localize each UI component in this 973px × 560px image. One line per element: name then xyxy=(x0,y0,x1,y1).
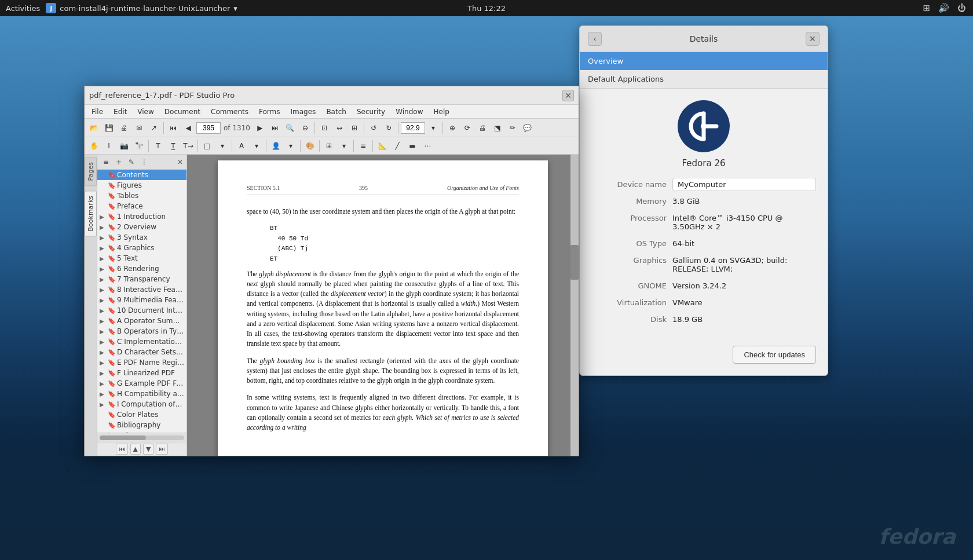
toc-item-a[interactable]: ▶ 🔖 A Operator Summa... xyxy=(97,316,186,326)
toc-item-figures[interactable]: 🔖 Figures xyxy=(97,180,186,191)
tb-zoom-level-input[interactable] xyxy=(401,122,425,134)
sidebar-toolbar-btn-2[interactable]: + xyxy=(114,157,124,167)
sidebar-close-button[interactable]: ✕ xyxy=(177,158,183,166)
tb-snapshot-button[interactable]: 📷 xyxy=(117,139,131,153)
pdf-scrollbar-thumb[interactable] xyxy=(570,245,579,280)
tb-first-page-button[interactable]: ⏮ xyxy=(166,121,180,135)
toc-item-4[interactable]: ▶ 🔖 4 Graphics xyxy=(97,243,186,253)
tb-align-button[interactable]: ≡ xyxy=(356,139,370,153)
toc-item-preface[interactable]: 🔖 Preface xyxy=(97,201,186,211)
tb-hand-tool-button[interactable]: ✋ xyxy=(87,139,101,153)
toc-item-g[interactable]: ▶ 🔖 G Example PDF File... xyxy=(97,378,186,389)
tb-rotate-right-button[interactable]: ↻ xyxy=(382,121,396,135)
pdf-vertical-scrollbar[interactable] xyxy=(570,155,579,456)
tb-grid-button[interactable]: ⊞ xyxy=(322,139,336,153)
tb-camera-button[interactable]: 🔭 xyxy=(132,139,146,153)
tb-fill2-button[interactable]: ▬ xyxy=(405,139,419,153)
device-name-value[interactable]: MyComputer xyxy=(672,178,816,191)
tb-stamp-dropdown[interactable]: ▾ xyxy=(284,139,298,153)
network-icon[interactable]: ⊞ xyxy=(923,3,930,13)
tb-rotate-left-button[interactable]: ↺ xyxy=(367,121,381,135)
tb-save-button[interactable]: 💾 xyxy=(102,121,116,135)
toc-item-i[interactable]: ▶ 🔖 I Computation of Ol... xyxy=(97,399,186,409)
sidebar-nav-first-button[interactable]: ⏮ xyxy=(116,444,128,455)
toc-item-c[interactable]: ▶ 🔖 C Implementation L... xyxy=(97,336,186,347)
menu-view[interactable]: View xyxy=(133,107,158,117)
toc-item-contents[interactable]: 🔖 Contents xyxy=(97,170,186,180)
details-back-button[interactable]: ‹ xyxy=(588,32,602,46)
tb-text-box-button[interactable]: T̲ xyxy=(166,139,180,153)
activities-button[interactable]: Activities xyxy=(6,4,40,13)
tb-highlight-dropdown[interactable]: ▾ xyxy=(250,139,264,153)
menu-batch[interactable]: Batch xyxy=(321,107,351,117)
tb-next-page-button[interactable]: ▶ xyxy=(253,121,267,135)
sidebar-toolbar-btn-4[interactable]: ⋮ xyxy=(139,157,149,167)
tb-open-button[interactable]: 📂 xyxy=(87,121,101,135)
details-nav-overview[interactable]: Overview xyxy=(580,52,828,70)
tb-zoom-out-button[interactable]: ⊖ xyxy=(298,121,312,135)
pdf-close-button[interactable]: ✕ xyxy=(562,90,574,101)
menu-forms[interactable]: Forms xyxy=(254,107,284,117)
tb-line-button[interactable]: ╱ xyxy=(390,139,404,153)
tb-fill-button[interactable]: 🎨 xyxy=(303,139,317,153)
tb-measure-button[interactable]: 📐 xyxy=(375,139,389,153)
tb-highlight-button[interactable]: A xyxy=(235,139,248,153)
menu-edit[interactable]: Edit xyxy=(109,107,131,117)
tb-dots-button[interactable]: ⋯ xyxy=(420,139,434,153)
toc-item-3[interactable]: ▶ 🔖 3 Syntax xyxy=(97,232,186,243)
details-close-button[interactable]: ✕ xyxy=(806,32,820,46)
topbar-app[interactable]: J com-install4j-runtime-launcher-UnixLau… xyxy=(46,3,237,13)
tb-select-tool-button[interactable]: I xyxy=(102,139,116,153)
tb-actual-size-button[interactable]: ⊞ xyxy=(348,121,361,135)
volume-icon[interactable]: 🔊 xyxy=(938,3,949,13)
tb-comment-button[interactable]: 💬 xyxy=(521,121,535,135)
sidebar-tab-bookmarks[interactable]: Bookmarks xyxy=(85,191,97,236)
tb-callout-button[interactable]: T→ xyxy=(181,139,195,153)
sidebar-toolbar-btn-1[interactable]: ≡ xyxy=(101,157,111,167)
sidebar-nav-last-button[interactable]: ⏭ xyxy=(156,444,168,455)
tb-last-page-button[interactable]: ⏭ xyxy=(268,121,282,135)
toc-item-tables[interactable]: 🔖 Tables xyxy=(97,191,186,201)
menu-window[interactable]: Window xyxy=(391,107,427,117)
tb-email-button[interactable]: ✉ xyxy=(132,121,146,135)
toc-item-f[interactable]: ▶ 🔖 F Linearized PDF xyxy=(97,368,186,378)
tb-page-number-input[interactable] xyxy=(196,122,221,134)
tb-refresh-button[interactable]: ⟳ xyxy=(460,121,474,135)
toc-item-color-plates[interactable]: 🔖 Color Plates xyxy=(97,409,186,420)
toc-item-8[interactable]: ▶ 🔖 8 Interactive Featu... xyxy=(97,284,186,295)
check-updates-button[interactable]: Check for updates xyxy=(733,346,816,364)
tb-fit-width-button[interactable]: ↔ xyxy=(332,121,346,135)
toc-item-e[interactable]: ▶ 🔖 E PDF Name Regist... xyxy=(97,357,186,368)
sidebar-horizontal-scrollbar[interactable] xyxy=(97,433,186,442)
tb-share-button[interactable]: ↗ xyxy=(147,121,161,135)
toc-item-bibliography[interactable]: 🔖 Bibliography xyxy=(97,420,186,430)
tb-edit-button[interactable]: ✏ xyxy=(506,121,520,135)
toc-item-1[interactable]: ▶ 🔖 1 Introduction xyxy=(97,211,186,222)
sidebar-toolbar-btn-3[interactable]: ✎ xyxy=(126,157,137,167)
toc-item-6[interactable]: ▶ 🔖 6 Rendering xyxy=(97,263,186,274)
sidebar-nav-prev-button[interactable]: ▲ xyxy=(130,444,141,455)
tb-text-tool-button[interactable]: T xyxy=(151,139,165,153)
tb-prev-page-button[interactable]: ◀ xyxy=(181,121,195,135)
menu-help[interactable]: Help xyxy=(429,107,453,117)
sidebar-nav-next-button[interactable]: ▼ xyxy=(143,444,153,455)
tb-redraw-button[interactable]: ⊕ xyxy=(445,121,459,135)
tb-grid-dropdown[interactable]: ▾ xyxy=(337,139,351,153)
tb-extract-button[interactable]: ⬔ xyxy=(491,121,504,135)
menu-document[interactable]: Document xyxy=(160,107,205,117)
power-icon[interactable]: ⏻ xyxy=(957,3,966,13)
tb-zoom-dropdown-button[interactable]: ▾ xyxy=(426,121,440,135)
tb-fit-page-button[interactable]: ⊡ xyxy=(317,121,331,135)
toc-item-7[interactable]: ▶ 🔖 7 Transparency xyxy=(97,274,186,284)
toc-item-5[interactable]: ▶ 🔖 5 Text xyxy=(97,253,186,263)
tb-rect-button[interactable]: □ xyxy=(200,139,214,153)
menu-images[interactable]: Images xyxy=(286,107,321,117)
toc-item-9[interactable]: ▶ 🔖 9 Multimedia Featu... xyxy=(97,295,186,305)
menu-comments[interactable]: Comments xyxy=(206,107,253,117)
toc-item-d[interactable]: ▶ 🔖 D Character Sets a... xyxy=(97,347,186,357)
details-nav-default-apps[interactable]: Default Applications xyxy=(580,70,828,88)
toc-item-b[interactable]: ▶ 🔖 B Operators in Typ... xyxy=(97,326,186,336)
toc-item-2[interactable]: ▶ 🔖 2 Overview xyxy=(97,222,186,232)
tb-search-button[interactable]: 🔍 xyxy=(283,121,297,135)
menu-security[interactable]: Security xyxy=(352,107,390,117)
